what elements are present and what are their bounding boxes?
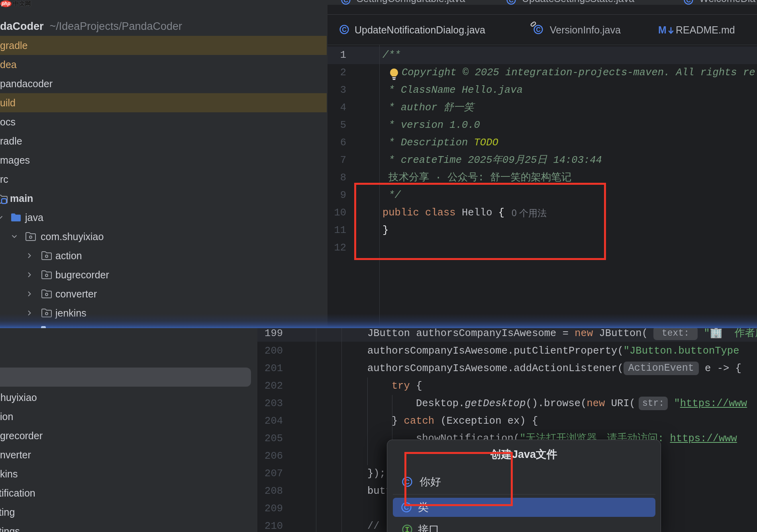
- svg-text:C: C: [509, 0, 514, 4]
- svg-text:C: C: [536, 26, 541, 33]
- svg-text:C: C: [686, 0, 691, 4]
- svg-text:C: C: [342, 26, 347, 33]
- svg-text:C: C: [343, 0, 348, 4]
